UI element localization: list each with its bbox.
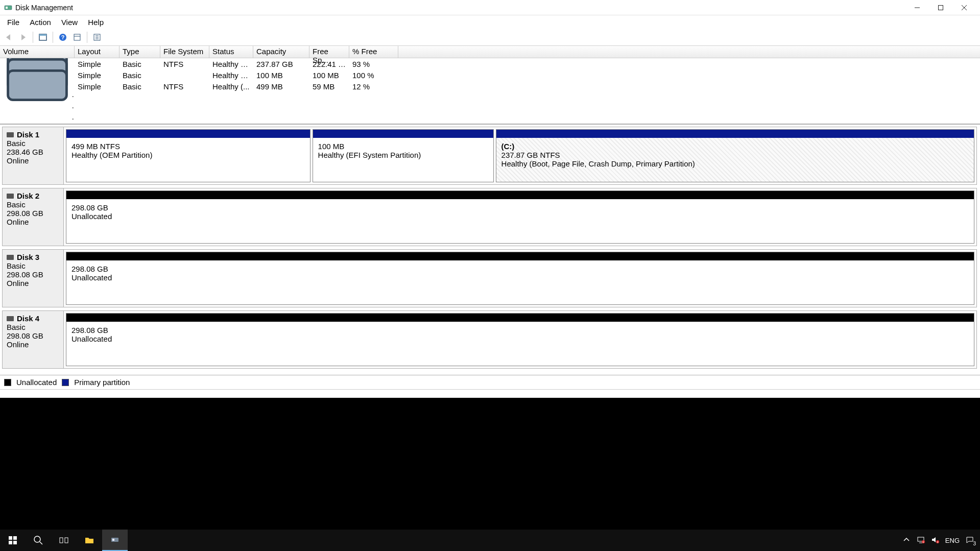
partition-size: 499 MB NTFS (71, 142, 305, 151)
disk-icon (7, 255, 14, 260)
disk-label[interactable]: Disk 2Basic298.08 GBOnline (3, 188, 64, 246)
menu-help[interactable]: Help (83, 16, 109, 28)
svg-text:?: ? (61, 34, 65, 40)
app-icon (4, 4, 12, 12)
tray-notifications-icon[interactable]: 3 (966, 536, 974, 545)
disk-icon (7, 194, 14, 199)
volume-fs: NTFS (160, 82, 209, 91)
partition-status: Unallocated (71, 212, 969, 221)
volume-row[interactable]: (Disk 1 partition 2)SimpleBasicNTFSHealt… (0, 81, 980, 92)
disk-name: Disk 3 (17, 253, 39, 261)
close-button[interactable] (952, 0, 976, 15)
disk-row: Disk 3Basic298.08 GBOnline298.08 GBUnall… (2, 249, 977, 307)
svg-rect-22 (13, 541, 17, 544)
svg-rect-10 (74, 34, 80, 40)
volume-capacity: 237.87 GB (253, 60, 309, 68)
status-bar (0, 389, 980, 398)
col-capacity[interactable]: Capacity (253, 46, 309, 58)
disk-size: 298.08 GB (7, 270, 59, 279)
volume-layout: Simple (75, 82, 119, 91)
col-volume[interactable]: Volume (0, 46, 75, 58)
legend-swatch-unallocated (4, 379, 11, 386)
partition-status: Healthy (EFI System Partition) (318, 151, 488, 159)
col-pctfree[interactable]: % Free (349, 46, 398, 58)
toolbar: ? (0, 29, 980, 46)
volume-table-header: Volume Layout Type File System Status Ca… (0, 46, 980, 58)
partition-body: 298.08 GBUnallocated (66, 260, 974, 304)
svg-rect-25 (60, 538, 63, 543)
menu-action[interactable]: Action (25, 16, 56, 28)
refresh-icon[interactable] (36, 31, 50, 44)
legend-label-primary: Primary partition (74, 378, 130, 387)
volume-free: 100 MB (309, 71, 349, 80)
col-freespace[interactable]: Free Sp... (309, 46, 349, 58)
tray-network-icon[interactable]: x (917, 536, 925, 545)
partition-status: Healthy (OEM Partition) (71, 151, 305, 159)
volume-free: 59 MB (309, 82, 349, 91)
settings-icon[interactable] (70, 31, 84, 44)
legend: Unallocated Primary partition (0, 375, 980, 389)
svg-rect-28 (112, 539, 114, 541)
disk-name: Disk 4 (17, 314, 39, 323)
notif-badge: 3 (973, 541, 976, 546)
volume-type: Basic (119, 71, 160, 80)
disk-status: Online (7, 156, 59, 165)
search-button[interactable] (26, 530, 51, 551)
svg-rect-18 (8, 70, 67, 100)
tray-language[interactable]: ENG (945, 537, 960, 544)
volume-fs: NTFS (160, 60, 209, 68)
start-button[interactable] (0, 530, 26, 551)
maximize-button[interactable] (929, 0, 952, 15)
volume-row[interactable]: (Disk 1 partition 1)SimpleBasicHealthy (… (0, 69, 980, 81)
disk-status: Online (7, 218, 59, 226)
help-icon[interactable]: ? (56, 31, 69, 44)
back-icon[interactable] (2, 31, 15, 44)
legend-label-unallocated: Unallocated (16, 378, 57, 387)
disk-graphical-panel[interactable]: Disk 1Basic238.46 GBOnline499 MB NTFSHea… (0, 125, 980, 375)
svg-point-23 (34, 536, 40, 542)
disk-management-taskbar-button[interactable] (102, 530, 128, 551)
svg-rect-3 (939, 5, 943, 10)
disk-type: Basic (7, 200, 59, 209)
menubar: File Action View Help (0, 15, 980, 29)
partition-size: 298.08 GB (71, 203, 969, 212)
file-explorer-button[interactable] (77, 530, 102, 551)
col-status[interactable]: Status (209, 46, 253, 58)
partition[interactable]: 298.08 GBUnallocated (66, 190, 974, 244)
partition[interactable]: (C:)237.87 GB NTFSHealthy (Boot, Page Fi… (496, 129, 974, 182)
properties-icon[interactable] (90, 31, 104, 44)
disk-row: Disk 1Basic238.46 GBOnline499 MB NTFSHea… (2, 127, 977, 185)
tray-volume-icon[interactable]: x (931, 536, 939, 545)
forward-icon[interactable] (16, 31, 30, 44)
partition-body: 298.08 GBUnallocated (66, 199, 974, 243)
tray-chevron-up-icon[interactable] (902, 536, 911, 545)
partition[interactable]: 298.08 GBUnallocated (66, 313, 974, 366)
titlebar: Disk Management (0, 0, 980, 15)
disk-label[interactable]: Disk 4Basic298.08 GBOnline (3, 311, 64, 368)
disk-status: Online (7, 279, 59, 288)
disk-icon (7, 316, 14, 321)
disk-label[interactable]: Disk 3Basic298.08 GBOnline (3, 250, 64, 307)
col-filesystem[interactable]: File System (160, 46, 209, 58)
partition-status: Unallocated (71, 273, 969, 282)
volume-status: Healthy (B... (209, 60, 253, 68)
svg-rect-26 (65, 538, 68, 543)
volume-type: Basic (119, 82, 160, 91)
partition[interactable]: 298.08 GBUnallocated (66, 252, 974, 305)
col-layout[interactable]: Layout (75, 46, 119, 58)
disk-size: 298.08 GB (7, 331, 59, 340)
svg-rect-21 (9, 541, 12, 544)
disk-label[interactable]: Disk 1Basic238.46 GBOnline (3, 127, 64, 184)
partition[interactable]: 499 MB NTFSHealthy (OEM Partition) (66, 129, 310, 182)
partition-header (66, 314, 974, 322)
partition-volume: (C:) (501, 142, 969, 151)
menu-file[interactable]: File (2, 16, 25, 28)
menu-view[interactable]: View (56, 16, 83, 28)
col-type[interactable]: Type (119, 46, 160, 58)
taskview-button[interactable] (51, 530, 77, 551)
partition-header (496, 130, 974, 138)
partition[interactable]: 100 MBHealthy (EFI System Partition) (313, 129, 494, 182)
volume-layout: Simple (75, 60, 119, 68)
minimize-button[interactable] (905, 0, 929, 15)
volume-row[interactable]: (C:)SimpleBasicNTFSHealthy (B...237.87 G… (0, 58, 980, 69)
